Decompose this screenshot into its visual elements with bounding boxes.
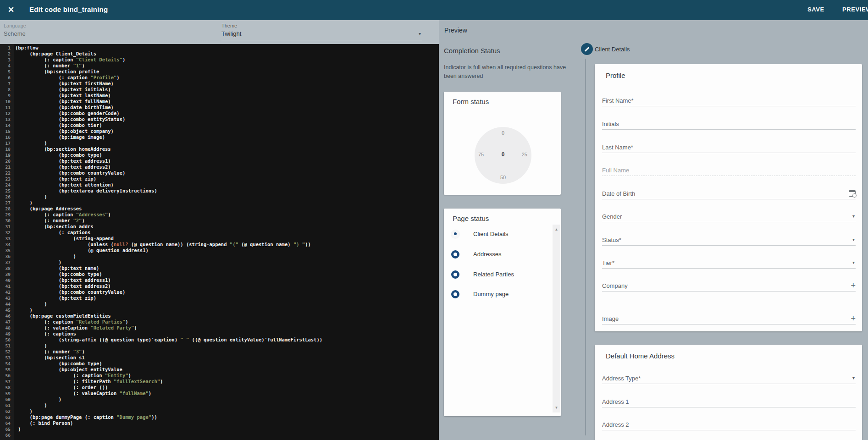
page-status-radio-filled[interactable] [451,270,459,279]
code-line[interactable]: ) [15,402,439,408]
chevron-down-icon[interactable]: ▾ [852,237,855,242]
code-line[interactable]: (: captions [15,331,439,337]
chevron-down-icon[interactable]: ▾ [852,260,855,265]
code-line[interactable]: (bp:text address2) [15,164,439,170]
form-field-initials[interactable]: Initials [602,121,856,134]
editor-code[interactable]: (bp:flow (bp:page Client_Details (: capt… [14,44,439,440]
code-line[interactable]: (string-affix ((@ question type)'caption… [15,337,439,343]
code-line[interactable]: (unless (null? (@ question name)) (strin… [15,242,439,248]
code-line[interactable]: (bp:combo countryValue) [15,170,439,176]
code-line[interactable]: (bp:object entityValue [15,367,439,373]
form-field-full-name[interactable]: Full Name [602,167,856,181]
chevron-down-icon[interactable]: ▾ [852,214,855,219]
form-field-status[interactable]: Status*▾ [602,236,856,250]
code-line[interactable]: (: bind Person) [15,420,439,426]
page-status-radio-filled[interactable] [451,290,459,298]
code-line[interactable]: ) [15,396,439,402]
page-status-item[interactable]: Addresses [444,248,549,260]
code-line[interactable]: ) [15,343,439,349]
code-line[interactable]: (@ question address1) [15,248,439,253]
code-line[interactable]: (bp:text firstName) [15,81,439,87]
form-field-address-2[interactable]: Address 2 [602,421,856,435]
code-line[interactable]: (: caption "Entity") [15,373,439,379]
calendar-icon[interactable] [849,190,856,197]
save-button[interactable]: SAVE [807,6,824,13]
code-line[interactable]: (bp:text address2) [15,283,439,289]
code-line[interactable]: (: valueCaption "fullName") [15,390,439,396]
chevron-down-icon[interactable]: ▾ [852,375,855,380]
code-line[interactable]: (bp:text address1) [15,158,439,164]
code-line[interactable]: (bp:flow [15,45,439,51]
form-field-address-type[interactable]: Address Type*▾ [602,375,856,389]
code-line[interactable]: (: valueCaption "Related Party") [15,325,439,331]
form-field-date-of-birth[interactable]: Date of Birth [602,190,856,204]
code-line[interactable] [15,432,439,438]
code-line[interactable]: (bp:combo genderCode) [15,110,439,116]
page-status-scrollbar[interactable]: ▲ ▼ [553,225,560,412]
code-line[interactable]: (bp:combo type) [15,152,439,158]
code-line[interactable]: ) [15,408,439,414]
code-line[interactable]: (bp:text fullName) [15,99,439,104]
code-line[interactable]: (bp:image image) [15,134,439,140]
code-line[interactable]: (bp:combo tier) [15,122,439,128]
code-line[interactable]: ) [15,259,439,265]
form-field-image[interactable]: Image+ [602,315,856,329]
code-line[interactable]: (bp:section s1 [15,355,439,361]
code-line[interactable]: (bp:section profile [15,69,439,75]
code-line[interactable]: (: number "2") [15,218,439,224]
scroll-down-icon[interactable]: ▼ [553,406,560,410]
code-line[interactable]: ) [15,253,439,259]
code-line[interactable]: (bp:page dummyPage (: caption "Dummy pag… [15,414,439,420]
code-line[interactable]: (bp:combo countryValue) [15,289,439,295]
code-line[interactable]: (bp:page Client_Details [15,51,439,57]
code-line[interactable]: (bp:combo type) [15,361,439,367]
page-status-item[interactable]: Dummy page [444,288,549,300]
code-line[interactable]: (bp:text initials) [15,87,439,93]
page-status-radio-partial[interactable] [451,230,459,238]
form-field-gender[interactable]: Gender▾ [602,213,856,227]
code-line[interactable]: (string-append [15,236,439,242]
code-line[interactable]: (bp:textarea deliveryInstructions) [15,188,439,194]
code-line[interactable]: (bp:section addrs [15,224,439,230]
form-field-company[interactable]: Company+ [602,282,856,296]
code-line[interactable]: ) [15,301,439,307]
code-line[interactable]: (: caption "Addresses") [15,212,439,218]
plus-icon[interactable]: + [851,281,856,291]
code-line[interactable]: (: caption "Profile") [15,75,439,81]
language-select[interactable]: Language Scheme [4,20,210,44]
code-line[interactable]: (bp:text lastName) [15,93,439,99]
code-line[interactable]: (bp:text address1) [15,277,439,283]
code-line[interactable]: (: captions [15,230,439,236]
code-line[interactable]: (bp:object company) [15,128,439,134]
code-line[interactable]: (bp:text zip) [15,295,439,301]
form-field-first-name[interactable]: First Name* [602,97,856,111]
form-field-tier[interactable]: Tier*▾ [602,259,856,273]
code-line[interactable]: ) [15,194,439,200]
page-status-item[interactable]: Client Details [444,228,549,240]
code-line[interactable]: (: caption "Related Parties") [15,319,439,325]
code-line[interactable]: (: caption "Client Details") [15,57,439,63]
page-status-item[interactable]: Related Parties [444,269,549,280]
code-line[interactable]: ) [15,307,439,313]
form-field-last-name[interactable]: Last Name* [602,144,856,158]
code-line[interactable]: (bp:text attention) [15,182,439,188]
code-line[interactable]: (bp:page Addresses [15,206,439,212]
code-line[interactable]: (bp:page customFieldEntities [15,313,439,319]
code-line[interactable]: (bp:combo entityStatus) [15,116,439,122]
theme-select[interactable]: Theme Twilight ▾ [221,20,422,44]
code-line[interactable]: (bp:text zip) [15,176,439,182]
form-field-address-1[interactable]: Address 1 [602,398,856,412]
code-line[interactable]: ) [15,426,439,432]
code-line[interactable]: (: number "1") [15,63,439,69]
code-line[interactable]: (: order ()) [15,385,439,390]
code-line[interactable]: (bp:section homeAddress [15,146,439,152]
plus-icon[interactable]: + [851,314,856,324]
code-line[interactable]: (: number "3") [15,349,439,355]
close-icon[interactable]: ✕ [5,4,17,16]
code-line[interactable]: ) [15,200,439,206]
code-line[interactable]: ) [15,140,439,146]
code-line[interactable]: (bp:combo type) [15,271,439,277]
code-line[interactable]: (: filterPath "fullTextSearch") [15,379,439,385]
code-line[interactable]: (bp:date birthTime) [15,104,439,110]
scroll-up-icon[interactable]: ▲ [553,227,560,231]
